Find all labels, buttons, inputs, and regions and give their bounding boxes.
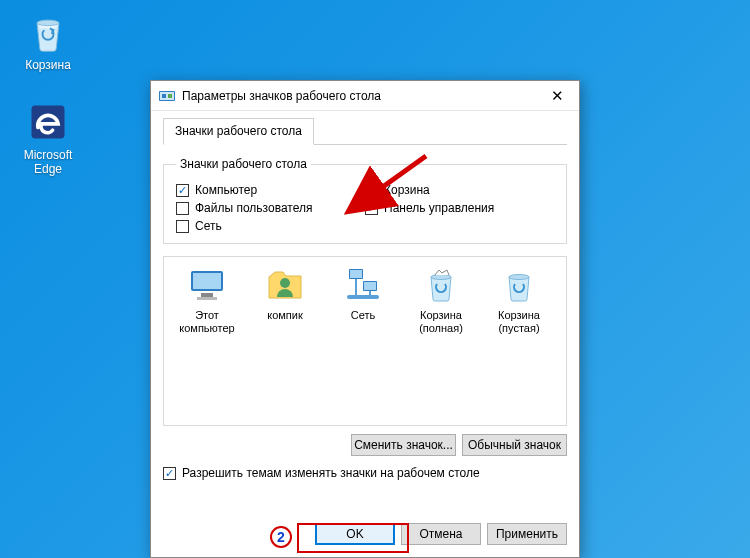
computer-icon [187,265,227,305]
svg-rect-7 [193,273,221,289]
svg-rect-12 [350,270,362,278]
checkbox-icon [365,202,378,215]
checkbox-recycle-bin[interactable]: Корзина [365,183,554,197]
dialog-footer: 2 OK Отмена Применить [151,523,579,557]
svg-rect-8 [201,293,213,297]
checkbox-icon [163,467,176,480]
recycle-bin-empty-icon [499,265,539,305]
cancel-button[interactable]: Отмена [401,523,481,545]
svg-rect-14 [364,282,376,290]
svg-rect-15 [347,295,379,299]
recycle-bin-full-icon [421,265,461,305]
checkbox-label: Панель управления [384,201,494,215]
recycle-bin-icon [26,10,70,54]
checkbox-label: Компьютер [195,183,257,197]
desktop-icons-group: Значки рабочего стола Компьютер Файлы по… [163,157,567,244]
svg-rect-4 [162,94,166,98]
checkbox-label: Корзина [384,183,430,197]
svg-point-0 [37,20,59,26]
checkbox-label: Сеть [195,219,222,233]
svg-point-10 [280,278,290,288]
icon-item-this-pc[interactable]: Этот компьютер [170,265,244,335]
group-legend: Значки рабочего стола [176,157,311,171]
window-title: Параметры значков рабочего стола [182,89,535,103]
change-icon-button[interactable]: Сменить значок... [351,434,456,456]
edge-icon [26,100,70,144]
icon-item-label: компик [248,309,322,322]
ok-button[interactable]: OK [315,523,395,545]
user-folder-icon [265,265,305,305]
annotation-step-badge: 2 [270,526,292,548]
icon-item-label: Корзина (полная) [404,309,478,335]
checkbox-label: Разрешить темам изменять значки на рабоч… [182,466,480,480]
icon-item-user-folder[interactable]: компик [248,265,322,335]
svg-point-17 [509,275,529,280]
svg-rect-5 [168,94,172,98]
checkbox-icon [176,220,189,233]
icon-item-label: Корзина (пустая) [482,309,556,335]
desktop-icon-settings-dialog: Параметры значков рабочего стола ✕ Значк… [150,80,580,558]
close-icon: ✕ [551,87,564,105]
checkbox-network[interactable]: Сеть [176,219,365,233]
checkbox-icon [176,202,189,215]
checkbox-user-files[interactable]: Файлы пользователя [176,201,365,215]
tabstrip: Значки рабочего стола [163,117,567,145]
icon-item-recycle-empty[interactable]: Корзина (пустая) [482,265,556,335]
apply-button[interactable]: Применить [487,523,567,545]
desktop-icon-edge[interactable]: Microsoft Edge [10,100,86,176]
icon-item-label: Сеть [326,309,400,322]
svg-point-16 [431,275,451,280]
svg-rect-9 [197,297,217,300]
window-icon [159,88,175,104]
icon-item-recycle-full[interactable]: Корзина (полная) [404,265,478,335]
desktop-icon-recycle-bin[interactable]: Корзина [10,10,86,72]
icon-preview-list: Этот компьютер компик Сеть Корзина (полн… [163,256,567,426]
checkbox-allow-themes[interactable]: Разрешить темам изменять значки на рабоч… [163,466,567,480]
checkbox-label: Файлы пользователя [195,201,312,215]
titlebar: Параметры значков рабочего стола ✕ [151,81,579,111]
checkbox-icon [365,184,378,197]
desktop-icon-label: Корзина [10,58,86,72]
checkbox-control-panel[interactable]: Панель управления [365,201,554,215]
desktop-icon-label: Microsoft Edge [10,148,86,176]
close-button[interactable]: ✕ [535,81,579,111]
tab-desktop-icons[interactable]: Значки рабочего стола [163,118,314,145]
checkbox-computer[interactable]: Компьютер [176,183,365,197]
network-icon [343,265,383,305]
icon-item-label: Этот компьютер [170,309,244,335]
icon-item-network[interactable]: Сеть [326,265,400,335]
default-icon-button[interactable]: Обычный значок [462,434,567,456]
checkbox-icon [176,184,189,197]
